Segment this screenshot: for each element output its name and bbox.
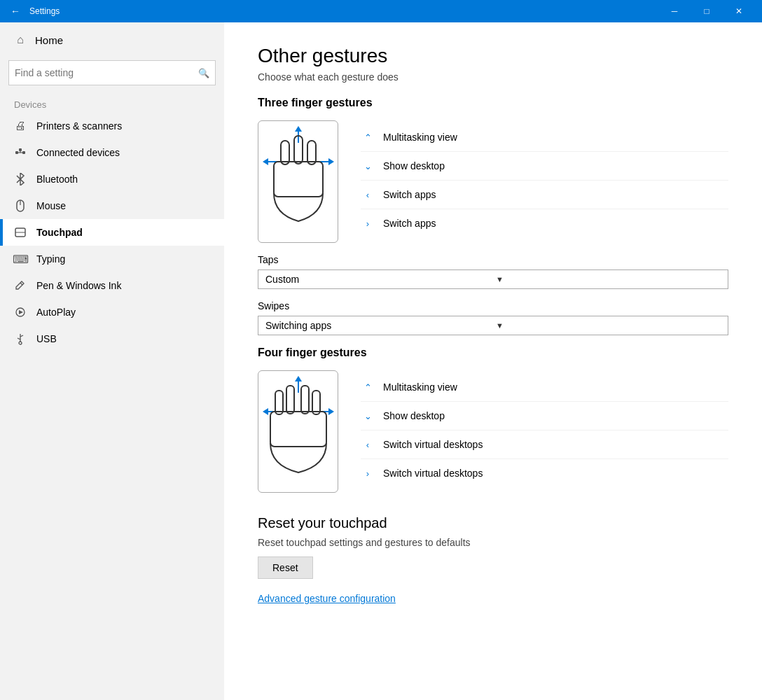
- home-label: Home: [35, 34, 63, 46]
- svg-rect-0: [15, 151, 18, 154]
- svg-rect-34: [286, 386, 294, 414]
- four-gesture-action-right: › Switch virtual desktops: [361, 459, 728, 487]
- mouse-label: Mouse: [36, 200, 66, 211]
- gesture-action-right: › Switch apps: [361, 209, 728, 237]
- search-box[interactable]: 🔍: [8, 60, 216, 85]
- swipes-label: Swipes: [258, 300, 728, 312]
- gesture-left-label: Switch apps: [383, 189, 436, 200]
- advanced-gesture-link[interactable]: Advanced gesture configuration: [258, 593, 396, 604]
- four-finger-gesture-row: ⌃ Multitasking view ⌄ Show desktop ‹ Swi…: [258, 370, 728, 493]
- maximize-button[interactable]: □: [691, 0, 723, 22]
- taps-chevron-icon: ▼: [496, 275, 721, 284]
- gesture-action-left: ‹ Switch apps: [361, 181, 728, 209]
- sidebar-item-bluetooth[interactable]: Bluetooth: [0, 166, 224, 192]
- svg-rect-35: [301, 386, 309, 414]
- app-title: Settings: [29, 6, 658, 16]
- reset-button[interactable]: Reset: [258, 556, 313, 579]
- window-controls: ─ □ ✕: [658, 0, 755, 22]
- pen-label: Pen & Windows Ink: [36, 280, 121, 291]
- svg-line-9: [20, 283, 22, 285]
- connected-icon: [14, 146, 27, 159]
- mouse-icon: [14, 200, 27, 212]
- chevron-down-icon: ⌄: [361, 159, 375, 173]
- page-title: Other gestures: [258, 45, 728, 67]
- reset-section: Reset your touchpad Reset touchpad setti…: [258, 515, 728, 579]
- svg-rect-25: [307, 141, 316, 164]
- four-finger-actions: ⌃ Multitasking view ⌄ Show desktop ‹ Swi…: [361, 370, 728, 487]
- sidebar-item-connected[interactable]: Connected devices: [0, 139, 224, 166]
- sidebar: ⌂ Home 🔍 Devices 🖨 Printers & scanners C…: [0, 22, 224, 700]
- svg-rect-33: [275, 391, 283, 414]
- connected-label: Connected devices: [36, 147, 120, 158]
- sidebar-item-typing[interactable]: ⌨ Typing: [0, 246, 224, 272]
- page-subtitle: Choose what each gesture does: [258, 71, 728, 83]
- three-finger-gesture-row: ⌃ Multitasking view ⌄ Show desktop ‹ Swi…: [258, 120, 728, 243]
- typing-label: Typing: [36, 253, 65, 265]
- chevron-up-icon: ⌃: [361, 130, 375, 144]
- printers-icon: 🖨: [14, 120, 27, 132]
- autoplay-label: AutoPlay: [36, 307, 76, 318]
- gesture-action-up: ⌃ Multitasking view: [361, 123, 728, 152]
- gesture-right-label: Switch apps: [383, 218, 436, 229]
- svg-marker-11: [19, 310, 23, 314]
- reset-desc: Reset touchpad settings and gestures to …: [258, 537, 728, 548]
- three-finger-header: Three finger gestures: [258, 97, 728, 109]
- sidebar-item-mouse[interactable]: Mouse: [0, 192, 224, 219]
- svg-rect-32: [270, 412, 326, 447]
- svg-marker-21: [328, 158, 334, 165]
- taps-label: Taps: [258, 254, 728, 265]
- four-finger-gesture-image: [258, 370, 338, 493]
- svg-marker-31: [328, 408, 334, 415]
- svg-marker-29: [263, 408, 268, 415]
- four-chevron-up-icon: ⌃: [361, 380, 375, 394]
- svg-rect-22: [274, 162, 323, 197]
- close-button[interactable]: ✕: [723, 0, 755, 22]
- sidebar-item-touchpad[interactable]: Touchpad: [0, 219, 224, 246]
- svg-marker-19: [263, 158, 268, 165]
- four-gesture-left-label: Switch virtual desktops: [383, 439, 483, 450]
- three-finger-actions: ⌃ Multitasking view ⌄ Show desktop ‹ Swi…: [361, 120, 728, 237]
- minimize-button[interactable]: ─: [658, 0, 691, 22]
- sidebar-item-printers[interactable]: 🖨 Printers & scanners: [0, 113, 224, 139]
- gesture-up-label: Multitasking view: [383, 132, 457, 143]
- swipes-value: Switching apps: [265, 320, 490, 331]
- sidebar-section-title: Devices: [0, 94, 224, 113]
- chevron-right-icon: ›: [361, 216, 375, 230]
- taps-value: Custom: [265, 274, 490, 285]
- usb-icon: [14, 332, 27, 345]
- printers-label: Printers & scanners: [36, 120, 122, 132]
- four-chevron-right-icon: ›: [361, 466, 375, 480]
- sidebar-item-usb[interactable]: USB: [0, 326, 224, 352]
- touchpad-label: Touchpad: [36, 227, 83, 238]
- four-gesture-action-down: ⌄ Show desktop: [361, 402, 728, 430]
- chevron-left-icon: ‹: [361, 188, 375, 202]
- titlebar: ← Settings ─ □ ✕: [0, 0, 762, 22]
- back-button[interactable]: ←: [7, 3, 24, 20]
- bluetooth-icon: [14, 173, 27, 186]
- home-nav-item[interactable]: ⌂ Home: [0, 22, 224, 57]
- four-gesture-down-label: Show desktop: [383, 410, 445, 421]
- four-chevron-left-icon: ‹: [361, 438, 375, 451]
- pen-icon: [14, 279, 27, 292]
- sidebar-item-autoplay[interactable]: AutoPlay: [0, 299, 224, 326]
- typing-icon: ⌨: [14, 253, 27, 265]
- app-body: ⌂ Home 🔍 Devices 🖨 Printers & scanners C…: [0, 22, 762, 700]
- four-chevron-down-icon: ⌄: [361, 409, 375, 423]
- four-finger-header: Four finger gestures: [258, 346, 728, 359]
- reset-title: Reset your touchpad: [258, 515, 728, 531]
- search-input[interactable]: [15, 67, 198, 78]
- svg-point-15: [19, 342, 22, 344]
- four-gesture-right-label: Switch virtual desktops: [383, 468, 483, 479]
- usb-label: USB: [36, 333, 57, 344]
- sidebar-item-pen[interactable]: Pen & Windows Ink: [0, 272, 224, 299]
- gesture-down-label: Show desktop: [383, 160, 445, 172]
- swipes-dropdown[interactable]: Switching apps ▼: [258, 316, 728, 335]
- svg-rect-1: [22, 151, 25, 154]
- gesture-action-down: ⌄ Show desktop: [361, 152, 728, 181]
- svg-marker-17: [295, 126, 302, 132]
- taps-dropdown[interactable]: Custom ▼: [258, 270, 728, 289]
- main-content: Other gestures Choose what each gesture …: [224, 22, 762, 700]
- svg-rect-36: [312, 391, 320, 414]
- three-finger-gesture-image: [258, 120, 338, 243]
- home-icon: ⌂: [14, 34, 27, 46]
